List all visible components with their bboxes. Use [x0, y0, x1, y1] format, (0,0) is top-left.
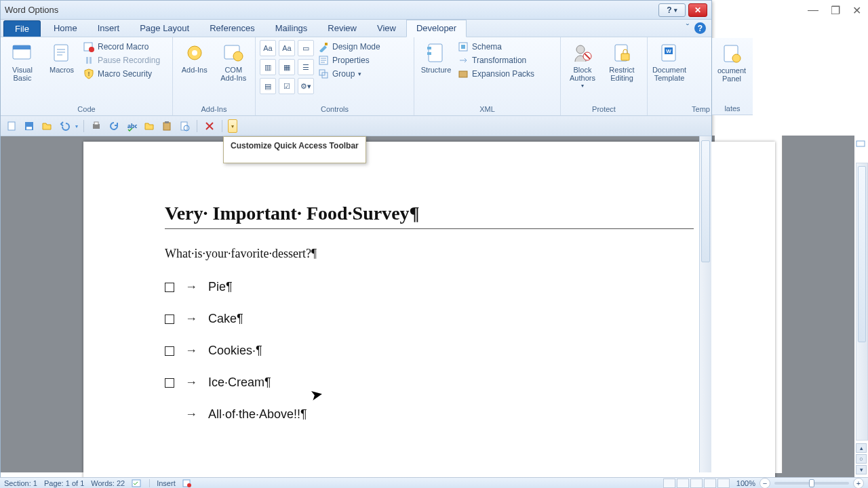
- macro-security-button[interactable]: !Macro Security: [83, 68, 160, 79]
- outer-restore-icon[interactable]: ❐: [831, 4, 840, 17]
- full-screen-view-icon[interactable]: [677, 479, 689, 488]
- properties-button[interactable]: Properties: [318, 55, 380, 66]
- quick-print-icon[interactable]: [90, 119, 103, 133]
- vertical-scrollbar[interactable]: [699, 136, 711, 472]
- zoom-level[interactable]: 100%: [736, 479, 755, 487]
- combo-box-control-icon[interactable]: ▦: [279, 59, 295, 75]
- rich-text-control-icon[interactable]: Aa: [260, 40, 276, 56]
- status-insert[interactable]: Insert: [157, 479, 176, 487]
- web-layout-view-icon[interactable]: [690, 479, 703, 488]
- minimize-ribbon-icon[interactable]: ˇ: [686, 22, 689, 34]
- tab-page-layout[interactable]: Page Layout: [130, 20, 199, 37]
- group-label-controls: Controls: [256, 104, 414, 115]
- save-icon[interactable]: [22, 119, 36, 133]
- checkbox-control[interactable]: [165, 346, 174, 356]
- refresh-icon[interactable]: [107, 119, 121, 133]
- chevron-down-icon[interactable]: ▾: [75, 123, 78, 129]
- design-mode-button[interactable]: Design Mode: [318, 41, 380, 52]
- svg-rect-20: [459, 71, 467, 77]
- print-layout-view-icon[interactable]: [663, 479, 675, 488]
- status-words[interactable]: Words: 22: [91, 479, 125, 487]
- titlebar: Word Options ?▾ ✕: [1, 1, 711, 20]
- help-icon[interactable]: ?: [694, 22, 706, 34]
- open-folder-icon[interactable]: [40, 119, 54, 133]
- svg-rect-30: [26, 127, 32, 129]
- structure-button[interactable]: Structure: [418, 40, 454, 74]
- visual-basic-button[interactable]: Visual Basic: [5, 40, 40, 82]
- tab-review[interactable]: Review: [317, 20, 367, 37]
- proofing-icon[interactable]: [132, 479, 142, 487]
- checkbox-control[interactable]: [165, 314, 174, 324]
- zoom-in-button[interactable]: +: [853, 478, 864, 489]
- group-controls-button[interactable]: Group ▾: [318, 68, 380, 79]
- svg-point-9: [192, 50, 197, 56]
- document-panel-button[interactable]: ocument Panel: [712, 41, 751, 83]
- dropdown-control-icon[interactable]: ☰: [298, 59, 314, 75]
- browse-object-icon[interactable]: ○: [856, 454, 867, 464]
- date-picker-control-icon[interactable]: ▤: [260, 78, 276, 94]
- new-doc-icon[interactable]: [5, 119, 18, 133]
- tab-references[interactable]: References: [199, 20, 264, 37]
- paste-icon[interactable]: [160, 119, 174, 133]
- status-section[interactable]: Section: 1: [4, 479, 37, 487]
- outer-minimize-icon[interactable]: —: [808, 4, 818, 17]
- previous-page-icon[interactable]: ▴: [856, 443, 867, 453]
- tab-mailings[interactable]: Mailings: [265, 20, 318, 37]
- expansion-packs-label: Expansion Packs: [472, 69, 534, 79]
- open-folder2-icon[interactable]: [142, 119, 156, 133]
- schema-button[interactable]: Schema: [458, 41, 534, 52]
- tab-arrow-icon: →: [185, 407, 197, 422]
- outer-close-icon[interactable]: ✕: [852, 4, 861, 17]
- document-title: Very· Important· Food·Survey¶: [165, 203, 694, 229]
- help-button[interactable]: ?▾: [658, 3, 686, 17]
- zoom-slider[interactable]: [774, 482, 849, 485]
- zoom-out-button[interactable]: −: [760, 478, 770, 489]
- checkbox-control[interactable]: [165, 283, 174, 292]
- svg-text:W: W: [666, 48, 671, 54]
- outline-view-icon[interactable]: [704, 479, 716, 488]
- tab-file[interactable]: File: [3, 20, 41, 37]
- pause-recording-button[interactable]: Pause Recording: [83, 55, 160, 66]
- option-text: All·of·the·Above!!¶: [208, 407, 307, 422]
- group-label-templates-outer: lates: [712, 104, 753, 113]
- checkbox-control-icon[interactable]: ☑: [279, 78, 295, 94]
- tab-home[interactable]: Home: [43, 20, 87, 37]
- legacy-tools-icon[interactable]: ⚙▾: [298, 78, 314, 94]
- macros-label: Macros: [50, 66, 74, 74]
- restrict-editing-button[interactable]: Restrict Editing: [604, 40, 639, 82]
- transformation-button[interactable]: Transformation: [458, 55, 534, 66]
- tab-insert[interactable]: Insert: [87, 20, 130, 37]
- plain-text-control-icon[interactable]: Aa: [279, 40, 295, 56]
- customize-qat-button[interactable]: ▾: [228, 119, 237, 133]
- close-button[interactable]: ✕: [688, 3, 707, 17]
- controls-gallery[interactable]: Aa Aa ▭ ▥ ▦ ☰ ▤ ☑ ⚙▾: [260, 40, 314, 94]
- checkbox-control[interactable]: [165, 378, 174, 388]
- add-ins-button[interactable]: Add-Ins: [177, 40, 212, 74]
- macro-record-status-icon[interactable]: [182, 479, 192, 487]
- expansion-packs-button[interactable]: Expansion Packs: [458, 68, 534, 79]
- tab-view[interactable]: View: [367, 20, 406, 37]
- draft-view-icon[interactable]: [717, 479, 730, 488]
- status-page[interactable]: Page: 1 of 1: [44, 479, 84, 487]
- macros-button[interactable]: Macros: [44, 40, 79, 74]
- ruler-toggle-icon[interactable]: [855, 138, 866, 149]
- scrollbar-thumb[interactable]: [858, 166, 866, 342]
- scrollbar-thumb[interactable]: [701, 140, 710, 262]
- spelling-icon[interactable]: abc: [125, 119, 138, 133]
- group-label-xml: XML: [414, 104, 560, 115]
- print-preview-icon[interactable]: [178, 119, 191, 133]
- picture-control-icon[interactable]: ▭: [298, 40, 314, 56]
- document-template-button[interactable]: W Document Template: [652, 40, 687, 82]
- building-block-control-icon[interactable]: ▥: [260, 59, 276, 75]
- undo-icon[interactable]: [58, 119, 71, 133]
- outer-vertical-scrollbar[interactable]: [856, 163, 868, 441]
- shield-warning-icon: !: [83, 68, 94, 79]
- next-page-icon[interactable]: ▾: [856, 465, 867, 474]
- delete-icon[interactable]: [203, 119, 216, 133]
- zoom-slider-knob[interactable]: [809, 479, 814, 487]
- com-add-ins-button[interactable]: COM Add-Ins: [216, 40, 252, 82]
- block-authors-button[interactable]: Block Authors▾: [565, 40, 600, 89]
- record-macro-button[interactable]: Record Macro: [83, 41, 160, 52]
- tab-developer[interactable]: Developer: [406, 20, 467, 37]
- document-page[interactable]: Very· Important· Food·Survey¶ What·is·yo…: [83, 142, 775, 488]
